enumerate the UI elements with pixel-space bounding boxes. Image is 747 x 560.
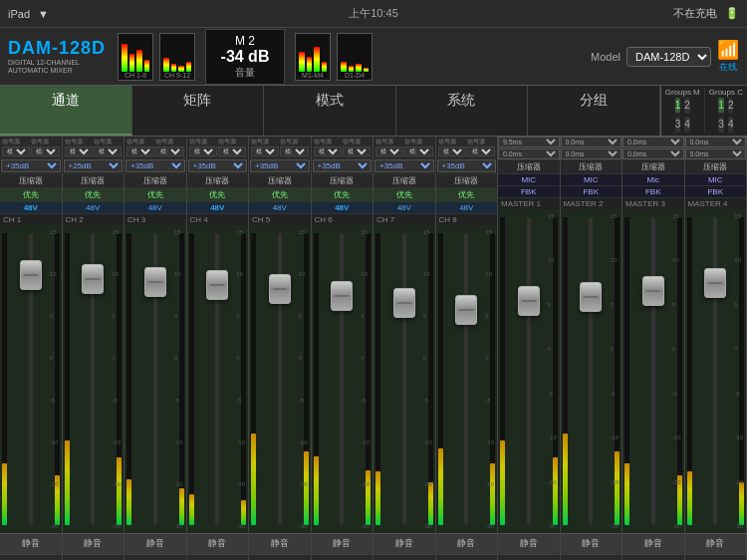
mute-button-ch7[interactable]: 静音 <box>374 533 435 554</box>
ch-gain-select-7[interactable]: +35dB <box>437 159 497 172</box>
ch-source-select2-0[interactable]: 模拟 <box>31 146 59 156</box>
group-c-4[interactable]: 4 <box>728 117 734 133</box>
mute-button-ch2[interactable]: 静音 <box>63 533 124 554</box>
ch-gain-select-0[interactable]: +35dB <box>1 159 61 172</box>
ch-phantom-2[interactable]: 48V <box>124 202 186 214</box>
ch-source-select2-2[interactable]: 模拟 <box>155 146 183 156</box>
ch-compressor-6[interactable]: 压缩器 <box>374 174 435 188</box>
ch-compressor-5[interactable]: 压缩器 <box>312 174 374 188</box>
ch-compressor-10[interactable]: 压缩器 <box>622 160 684 174</box>
fader-thumb-2[interactable] <box>144 267 166 297</box>
ch-phantom-6[interactable]: 48V <box>374 202 435 214</box>
tab-groups[interactable]: 分组 <box>528 86 660 136</box>
fader-thumb-11[interactable] <box>704 268 726 298</box>
mute-button-ch4[interactable]: 静音 <box>187 533 249 554</box>
ch-compressor-9[interactable]: 压缩器 <box>561 160 622 174</box>
ch-source-select2-1[interactable]: 模拟 <box>94 146 122 156</box>
ch-delay2-select-11[interactable]: 0.0ms <box>685 148 747 159</box>
fader-thumb-8[interactable] <box>518 286 540 316</box>
ch-source-select-4[interactable]: 模拟 <box>251 146 279 156</box>
ch-compressor-3[interactable]: 压缩器 <box>187 174 249 188</box>
ch-priority-5[interactable]: 优先 <box>312 188 374 202</box>
ch-compressor-7[interactable]: 压缩器 <box>436 174 498 188</box>
tab-channel[interactable]: 通道 <box>0 86 132 136</box>
tab-mode[interactable]: 模式 <box>264 86 396 136</box>
ch-compressor-2[interactable]: 压缩器 <box>124 174 186 188</box>
ch-priority-3[interactable]: 优先 <box>187 188 249 202</box>
fader-thumb-4[interactable] <box>269 274 291 304</box>
ch-source-select-1[interactable]: 模拟 <box>65 146 93 156</box>
ch-mic-8[interactable]: MIC <box>498 174 560 186</box>
ch-delay-select-11[interactable]: 0.0ms <box>685 137 747 147</box>
fader-thumb-9[interactable] <box>580 282 602 312</box>
ch-source-select2-5[interactable]: 模拟 <box>343 146 371 156</box>
ch-mic-10[interactable]: Mic <box>622 174 684 186</box>
group-m-3[interactable]: 3 <box>675 117 681 133</box>
ch-source-select-6[interactable]: 模拟 <box>375 146 403 156</box>
group-c-1[interactable]: 1 <box>718 98 724 114</box>
ch-delay2-select-9[interactable]: 0.0ms <box>561 148 622 159</box>
ch-priority-2[interactable]: 优先 <box>124 188 186 202</box>
ch-phantom-5[interactable]: 48V <box>312 202 374 214</box>
ch-gain-select-3[interactable]: +35dB <box>188 159 248 172</box>
ch-delay-select-9[interactable]: 0.0ms <box>561 137 622 147</box>
mute-button-m4[interactable]: 静音 <box>685 533 747 554</box>
ch-phantom-3[interactable]: 48V <box>187 202 249 214</box>
fader-thumb-6[interactable] <box>393 288 415 318</box>
model-select[interactable]: DAM-128D <box>626 47 711 67</box>
ch-source-select-7[interactable]: 模拟 <box>438 146 466 156</box>
ch-fbk-8[interactable]: FBK <box>498 186 560 198</box>
ch-source-select-2[interactable]: 模拟 <box>126 146 154 156</box>
ch-priority-6[interactable]: 优先 <box>374 188 435 202</box>
ch-source-select-3[interactable]: 模拟 <box>189 146 217 156</box>
ch-phantom-0[interactable]: 48V <box>0 202 62 214</box>
group-m-4[interactable]: 4 <box>684 117 690 133</box>
mute-button-ch6[interactable]: 静音 <box>312 533 374 554</box>
tab-matrix[interactable]: 矩阵 <box>132 86 265 136</box>
ch-gain-select-5[interactable]: +35dB <box>313 159 373 172</box>
group-c-2[interactable]: 2 <box>728 98 734 114</box>
group-m-1[interactable]: 1 <box>675 98 681 114</box>
mute-button-m1[interactable]: 静音 <box>498 533 560 554</box>
fader-thumb-10[interactable] <box>642 276 664 306</box>
mute-button-m3[interactable]: 静音 <box>622 533 684 554</box>
ch-compressor-4[interactable]: 压缩器 <box>249 174 311 188</box>
ch-source-select-0[interactable]: 模拟 <box>2 146 30 156</box>
ch-priority-0[interactable]: 优先 <box>0 188 62 202</box>
tab-system[interactable]: 系统 <box>396 86 529 136</box>
ch-compressor-8[interactable]: 压缩器 <box>498 160 560 174</box>
ch-phantom-7[interactable]: 48V <box>436 202 498 214</box>
mute-button-ch1[interactable]: 静音 <box>0 533 62 554</box>
ch-priority-1[interactable]: 优先 <box>63 188 124 202</box>
ch-source-select2-7[interactable]: 模拟 <box>467 146 495 156</box>
ch-compressor-0[interactable]: 压缩器 <box>0 174 62 188</box>
mute-button-m2[interactable]: 静音 <box>561 533 622 554</box>
ch-fbk-11[interactable]: FBK <box>685 186 747 198</box>
ch-gain-select-2[interactable]: +35dB <box>125 159 185 172</box>
ch-gain-select-1[interactable]: +25dB <box>64 159 124 172</box>
ch-mic-9[interactable]: MIC <box>561 174 622 186</box>
ch-delay-select-8[interactable]: 9.5ms <box>498 137 560 147</box>
ch-priority-4[interactable]: 优先 <box>249 188 311 202</box>
ch-priority-7[interactable]: 优先 <box>436 188 498 202</box>
fader-thumb-3[interactable] <box>206 270 228 300</box>
group-m-2[interactable]: 2 <box>684 98 690 114</box>
ch-phantom-4[interactable]: 48V <box>249 202 311 214</box>
group-c-3[interactable]: 3 <box>718 117 724 133</box>
ch-delay-select-10[interactable]: 0.0ms <box>622 137 684 147</box>
ch-phantom-1[interactable]: 48V <box>63 202 124 214</box>
mute-button-ch3[interactable]: 静音 <box>124 533 186 554</box>
ch-compressor-1[interactable]: 压缩器 <box>63 174 124 188</box>
fader-thumb-0[interactable] <box>20 260 42 290</box>
ch-fbk-10[interactable]: FBK <box>622 186 684 198</box>
ch-source-select-5[interactable]: 模拟 <box>314 146 342 156</box>
ch-mic-11[interactable]: MIC <box>685 174 747 186</box>
ch-delay2-select-8[interactable]: 0.0ms <box>498 148 560 159</box>
ch-compressor-11[interactable]: 压缩器 <box>685 160 747 174</box>
ch-delay2-select-10[interactable]: 0.0ms <box>622 148 684 159</box>
fader-thumb-5[interactable] <box>331 281 353 311</box>
fader-thumb-7[interactable] <box>455 295 477 325</box>
ch-gain-select-6[interactable]: +35dB <box>374 159 434 172</box>
mute-button-ch5[interactable]: 静音 <box>249 533 311 554</box>
fader-thumb-1[interactable] <box>82 264 104 294</box>
